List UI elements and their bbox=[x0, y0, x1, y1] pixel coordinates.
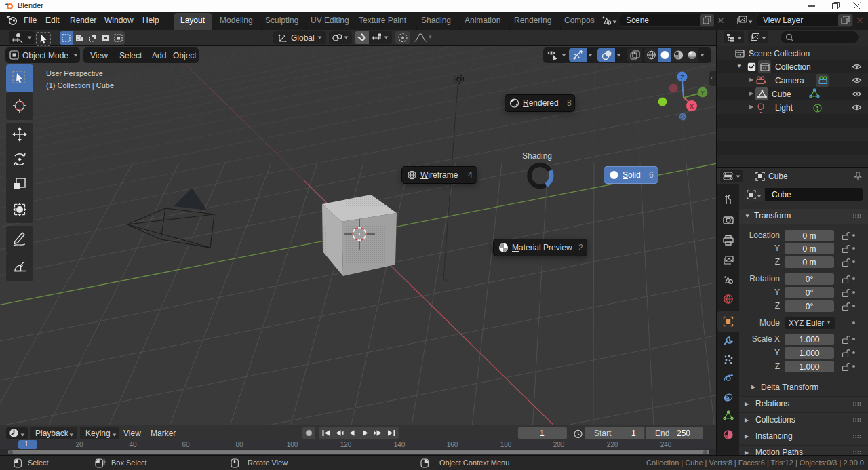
svg-text:Z: Z bbox=[680, 74, 684, 81]
svg-text:Y: Y bbox=[701, 90, 705, 96]
svg-text:X: X bbox=[690, 103, 694, 110]
